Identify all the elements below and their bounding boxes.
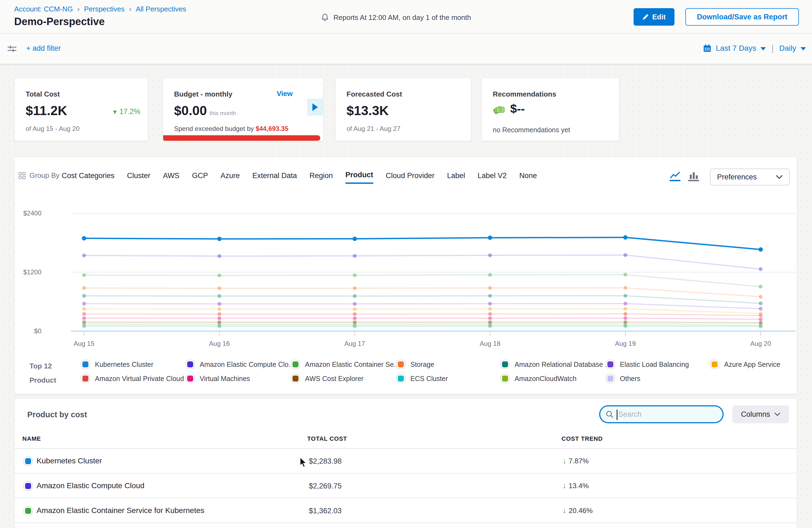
chevron-down-icon[interactable]	[760, 47, 766, 50]
tab-label-v2[interactable]: Label V2	[478, 172, 507, 185]
row-total-cost: $2,283.98	[309, 457, 342, 466]
series-color-swatch	[24, 482, 32, 490]
budget-next-button[interactable]	[307, 99, 323, 116]
budget-exceeded-amount: $44,693.35	[256, 125, 288, 132]
tab-external-data[interactable]: External Data	[252, 172, 297, 185]
series-color-swatch	[291, 360, 300, 368]
arrow-right-icon	[313, 103, 318, 111]
tab-cost-categories[interactable]: Cost Categories	[62, 172, 115, 185]
tab-gcp[interactable]: GCP	[192, 172, 208, 185]
recommendations-label: Recommendations	[493, 90, 556, 99]
line-chart-toggle[interactable]	[670, 171, 682, 182]
search-box	[599, 405, 724, 423]
sliders-icon	[7, 44, 17, 54]
breadcrumb-separator-icon: ›	[77, 5, 80, 13]
legend-label: Virtual Machines	[200, 375, 250, 383]
legend-label: Others	[620, 375, 640, 383]
group-by-tabs: Cost CategoriesClusterAWSGCPAzureExterna…	[62, 168, 537, 185]
legend-label: Elastic Load Balancing	[620, 361, 689, 368]
download-button-label: Download/Save as Report	[697, 13, 787, 21]
legend-item[interactable]: Virtual Machines	[186, 374, 250, 383]
breadcrumb-all-perspectives-link[interactable]: All Perspectives	[135, 5, 186, 13]
product-cost-table-panel: Product by cost Columns NAME TOTAL COST …	[14, 398, 797, 528]
pencil-icon	[642, 14, 649, 20]
report-schedule-note: Reports At 12:00 AM, on day 1 of the mon…	[321, 13, 471, 22]
column-header-name[interactable]: NAME	[23, 435, 41, 442]
forecasted-cost-period: of Aug 21 - Aug 27	[347, 125, 401, 133]
add-filter-button[interactable]: + add filter	[26, 44, 61, 53]
tab-label[interactable]: Label	[447, 172, 465, 185]
legend-item[interactable]: Kubernetes Cluster	[81, 360, 153, 369]
breadcrumb-perspectives-link[interactable]: Perspectives	[84, 5, 125, 13]
report-schedule-text: Reports At 12:00 AM, on day 1 of the mon…	[333, 13, 471, 22]
preferences-label: Preferences	[717, 173, 757, 181]
legend-item[interactable]: Elastic Load Balancing	[606, 360, 689, 369]
legend-item[interactable]: Amazon Virtual Private Cloud	[81, 374, 184, 383]
row-total-cost: $1,362.03	[309, 507, 342, 515]
legend-item[interactable]: Azure App Service	[710, 360, 780, 369]
chevron-down-icon[interactable]	[800, 47, 806, 50]
legend-item[interactable]: AmazonCloudWatch	[501, 374, 577, 383]
forecasted-cost-value: $13.3K	[347, 103, 389, 118]
series-color-swatch	[606, 360, 614, 368]
preferences-dropdown[interactable]: Preferences	[710, 168, 789, 186]
table-row[interactable]: Amazon Elastic Container Service for Kub…	[15, 499, 797, 523]
cost-trend-line-chart[interactable]: $0$1200$2400Aug 15Aug 16Aug 17Aug 18Aug …	[15, 202, 798, 361]
time-controls: Last 7 Days | Daily	[703, 43, 806, 53]
filter-settings-button[interactable]	[5, 44, 18, 56]
legend-label: AmazonCloudWatch	[514, 375, 577, 383]
column-header-total-cost[interactable]: TOTAL COST	[307, 435, 347, 442]
date-range-selector[interactable]: Last 7 Days	[716, 44, 756, 53]
series-color-swatch	[397, 360, 405, 368]
bar-chart-icon	[688, 171, 700, 182]
column-header-cost-trend[interactable]: COST TREND	[562, 435, 603, 442]
table-row[interactable]: Amazon Elastic Compute Cloud$2,269.75↓13…	[15, 474, 797, 498]
svg-text:$2400: $2400	[23, 209, 42, 217]
table-row[interactable]: Kubernetes Cluster$2,283.98↓7.87%	[15, 449, 797, 473]
legend-item[interactable]: Amazon Elastic Container Se...	[291, 360, 400, 369]
budget-value-suffix: this month	[209, 110, 236, 116]
ccm-perspective-page: Account: CCM-NG › Perspectives › All Per…	[0, 0, 812, 528]
bar-chart-toggle[interactable]	[688, 171, 700, 182]
tab-azure[interactable]: Azure	[220, 172, 240, 185]
row-cost-trend: ↓13.4%	[563, 481, 589, 490]
chevron-down-icon	[776, 175, 783, 179]
budget-value: $0.00this month	[174, 103, 236, 118]
legend-item[interactable]: Amazon Elastic Compute Clo...	[186, 360, 294, 369]
search-input[interactable]	[613, 410, 717, 419]
legend-item[interactable]: Amazon Relational Database ...	[501, 360, 611, 369]
legend-label: Amazon Elastic Compute Clo...	[200, 361, 294, 368]
grid-icon	[18, 172, 26, 179]
tab-none[interactable]: None	[519, 172, 537, 185]
recommendations-empty-text: no Recommendations yet	[493, 126, 570, 134]
series-color-swatch	[397, 375, 405, 383]
row-product-name: Amazon Elastic Container Service for Kub…	[37, 506, 204, 515]
columns-dropdown[interactable]: Columns	[732, 405, 789, 423]
download-save-report-button[interactable]: Download/Save as Report	[685, 8, 799, 26]
recommendations-value: $--	[510, 102, 525, 116]
legend-item[interactable]: Others	[606, 374, 640, 383]
tab-cluster[interactable]: Cluster	[127, 172, 150, 185]
table-header-row: NAME TOTAL COST COST TREND	[15, 429, 797, 449]
trend-down-icon: ↓	[563, 457, 566, 465]
table-title: Product by cost	[27, 410, 87, 419]
text-caret	[617, 410, 618, 420]
row-cost-trend: ↓7.87%	[563, 457, 589, 465]
row-product-name: Amazon Elastic Compute Cloud	[37, 481, 144, 490]
tab-aws[interactable]: AWS	[163, 172, 179, 185]
granularity-selector[interactable]: Daily	[779, 44, 796, 53]
edit-button-label: Edit	[652, 13, 666, 21]
row-cost-trend: ↓20.46%	[563, 506, 593, 515]
chevron-down-icon	[774, 412, 780, 416]
budget-view-link[interactable]: View	[277, 89, 293, 98]
tab-cloud-provider[interactable]: Cloud Provider	[386, 172, 435, 185]
forecasted-cost-label: Forecasted Cost	[347, 90, 402, 99]
edit-button[interactable]: Edit	[634, 8, 675, 26]
breadcrumb-account-link[interactable]: Account: CCM-NG	[14, 5, 73, 13]
tab-region[interactable]: Region	[309, 172, 333, 185]
tab-product[interactable]: Product	[345, 171, 373, 184]
svg-text:Aug 15: Aug 15	[74, 340, 95, 347]
legend-item[interactable]: Storage	[397, 360, 434, 369]
legend-item[interactable]: AWS Cost Explorer	[291, 374, 363, 383]
legend-item[interactable]: ECS Cluster	[397, 374, 448, 383]
